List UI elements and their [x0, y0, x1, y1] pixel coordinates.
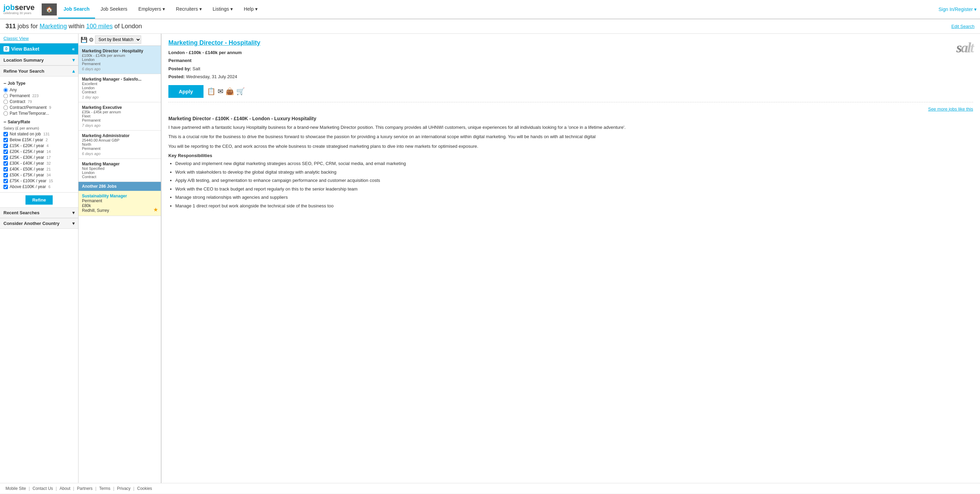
job-list-item[interactable]: Marketing Director - Hospitality £100k -… [78, 46, 161, 74]
company-logo: salt [956, 39, 973, 56]
salary-option-label: £20K - £25K / year [10, 149, 44, 154]
footer-link[interactable]: Mobile Site [5, 486, 26, 491]
footer-link[interactable]: Terms [99, 486, 111, 491]
main-layout: Classic View 0 View Basket « Location Su… [0, 34, 980, 483]
job-type-radio[interactable] [3, 105, 8, 110]
salary-checkbox[interactable] [3, 185, 8, 189]
job-responsibilities: Develop and implement new digital market… [175, 160, 973, 209]
posted-by-value: Salt [192, 66, 200, 71]
location-summary-header[interactable]: Location Summary ▾ [0, 54, 78, 65]
nav-tab-job-search[interactable]: Job Search [58, 0, 95, 19]
recent-searches-header[interactable]: Recent Searches ▾ [0, 207, 78, 218]
job-type-option-label: Part Time/Temporar... [10, 111, 49, 116]
home-button[interactable]: 🏠 [42, 3, 57, 16]
nav-tab-help[interactable]: Help ▾ [238, 0, 263, 19]
featured-job-item[interactable]: Sustainability Manager Permanent £80k Re… [78, 191, 161, 216]
save-icon[interactable]: 💾 [81, 37, 88, 43]
job-type-option: Permanent223 [3, 93, 75, 98]
salary-count: 14 [46, 150, 51, 154]
salary-toggle[interactable]: − [3, 119, 6, 125]
keyword-link[interactable]: Marketing [40, 23, 67, 30]
apply-button[interactable]: Apply [169, 85, 204, 98]
sort-select[interactable]: Sort by Best Match [95, 35, 141, 44]
posted-date: Wednesday, 31 July 2024 [186, 74, 237, 79]
job-description-body: Marketing Director - £100K - £140K - Lon… [169, 116, 973, 209]
company-logo-text: salt [956, 39, 973, 56]
salary-checkbox[interactable] [3, 179, 8, 183]
job-item-location: London [82, 86, 158, 90]
nav-tab-recruiters[interactable]: Recruiters ▾ [170, 0, 207, 19]
posted-label: Posted: [169, 74, 185, 79]
responsibility-item: Work with stakeholders to develop the gl… [175, 169, 973, 176]
basket-add-icon[interactable]: 🛒 [236, 87, 245, 96]
salary-checkbox[interactable] [3, 132, 8, 136]
salary-checkbox[interactable] [3, 161, 8, 166]
view-basket-bar[interactable]: 0 View Basket « [0, 43, 78, 54]
logo-tagline: celebrating 30 years [3, 11, 35, 15]
email-icon[interactable]: ✉ [218, 87, 223, 96]
salary-count: 131 [43, 132, 49, 136]
job-type-radio[interactable] [3, 88, 8, 92]
footer-link[interactable]: Cookies [137, 486, 152, 491]
salary-checkbox[interactable] [3, 155, 8, 160]
job-type-count: 223 [32, 94, 38, 98]
job-item-type: Permanent [82, 118, 158, 122]
edit-search-link[interactable]: Edit Search [951, 24, 975, 29]
basket-icon: « [72, 46, 75, 52]
salary-checkbox[interactable] [3, 167, 8, 172]
settings-icon[interactable]: ⚙ [89, 37, 94, 43]
consider-country-header[interactable]: Consider Another Country ▾ [0, 218, 78, 229]
job-detail-meta: London - £100k - £140k per annum Permane… [169, 49, 973, 81]
salary-option-label: £30K - £40K / year [10, 161, 44, 166]
save-job-icon[interactable]: 📋 [207, 87, 216, 96]
job-type-radio[interactable] [3, 111, 8, 116]
classic-view-link[interactable]: Classic View [0, 34, 78, 43]
job-detail-panel: salt Marketing Director - Hospitality Lo… [161, 34, 980, 483]
footer-separator: | [95, 486, 96, 491]
see-more-link[interactable]: See more jobs like this [169, 107, 973, 112]
refine-btn-container: Refine [0, 195, 78, 205]
job-type-toggle[interactable]: − [3, 81, 6, 86]
footer-link[interactable]: Contact Us [33, 486, 53, 491]
salary-option-label: £75K - £100K / year [10, 178, 46, 183]
sign-in-link[interactable]: Sign In/Register ▾ [939, 6, 977, 12]
salary-checkbox[interactable] [3, 173, 8, 177]
star-icon[interactable]: ★ [153, 206, 158, 213]
responsibility-item: Develop and implement new digital market… [175, 160, 973, 167]
responsibility-item: Manage 1 direct report but work alongsid… [175, 202, 973, 209]
footer-separator: | [133, 486, 134, 491]
job-list-item[interactable]: Marketing Administrator 25440.00 Annual … [78, 131, 161, 159]
miles-link[interactable]: 100 miles [86, 23, 113, 30]
job-type-option-label: Contract [10, 99, 25, 104]
refine-search-header[interactable]: Refine Your Search ▴ [0, 65, 78, 76]
salary-checkbox[interactable] [3, 143, 8, 148]
job-detail-title[interactable]: Marketing Director - Hospitality [169, 39, 973, 46]
footer-separator: | [73, 486, 74, 491]
job-list-item[interactable]: Marketing Manager - Salesfo... Excellent… [78, 74, 161, 102]
job-list-item[interactable]: Marketing Manager Not Specified London C… [78, 159, 161, 182]
job-list-item[interactable]: Marketing Executive £35k - £45k per annu… [78, 102, 161, 131]
job-item-age: 6 days ago [82, 67, 158, 71]
footer-link[interactable]: Partners [77, 486, 92, 491]
nav-tab-employers[interactable]: Employers ▾ [133, 0, 170, 19]
footer-link[interactable]: Privacy [117, 486, 130, 491]
salary-options: Not stated on job131Below £15K / year2£1… [3, 132, 75, 189]
job-type-radio[interactable] [3, 94, 8, 98]
share-icon[interactable]: 👜 [226, 87, 234, 96]
job-paragraphs: I have partnered with a fantastic luxury… [169, 124, 973, 150]
recent-searches-label: Recent Searches [3, 210, 40, 215]
footer-separator: | [29, 486, 30, 491]
job-type-radio[interactable] [3, 100, 8, 104]
salary-checkbox[interactable] [3, 138, 8, 142]
refine-button[interactable]: Refine [25, 195, 53, 205]
salary-option: Below £15K / year2 [3, 137, 75, 142]
salary-checkbox[interactable] [3, 150, 8, 154]
salary-count: 17 [46, 155, 51, 159]
nav-tab-listings[interactable]: Listings ▾ [207, 0, 238, 19]
location-text: of London [115, 23, 142, 30]
job-type-count: 9 [49, 105, 51, 110]
search-summary: 311 jobs for Marketing within 100 miles … [5, 23, 142, 30]
job-list-items: Marketing Director - Hospitality £100k -… [78, 46, 161, 182]
nav-tab-job-seekers[interactable]: Job Seekers [95, 0, 133, 19]
footer-link[interactable]: About [60, 486, 70, 491]
